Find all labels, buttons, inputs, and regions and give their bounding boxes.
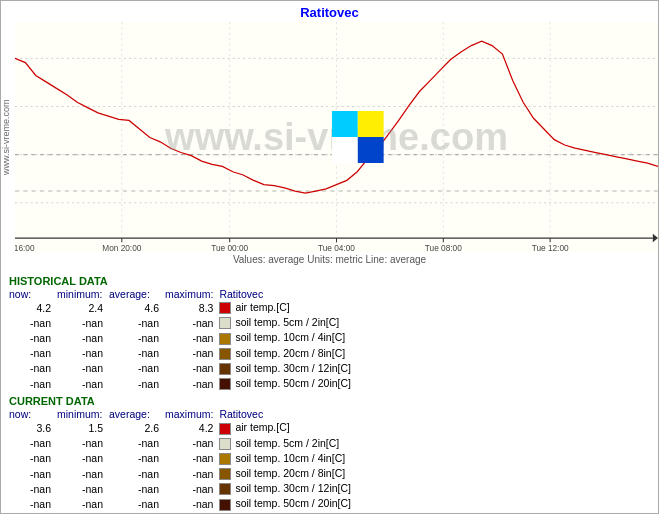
col-max-hist: maximum: <box>165 288 219 300</box>
cell-label: air temp.[C] <box>219 420 650 435</box>
color-swatch <box>219 483 231 495</box>
cell-max: 4.2 <box>165 420 219 435</box>
chart-area: Ratitovec www.si-vreme.com <box>1 1 658 271</box>
chart-inner: 8 6 4 2 <box>15 22 658 252</box>
table-row: -nan -nan -nan -nan soil temp. 10cm / 4i… <box>9 330 650 345</box>
cell-min: -nan <box>57 330 109 345</box>
cell-max: -nan <box>165 330 219 345</box>
cell-max: -nan <box>165 496 219 511</box>
table-row: -nan -nan -nan -nan soil temp. 20cm / 8i… <box>9 346 650 361</box>
table-row: 3.6 1.5 2.6 4.2 air temp.[C] <box>9 420 650 435</box>
cell-max: -nan <box>165 346 219 361</box>
cell-max: -nan <box>165 481 219 496</box>
color-swatch <box>219 363 231 375</box>
col-min-curr: minimum: <box>57 408 109 420</box>
cell-min: -nan <box>57 346 109 361</box>
cell-label: soil temp. 50cm / 20in[C] <box>219 496 650 511</box>
color-swatch <box>219 423 231 435</box>
svg-text:Tue 08:00: Tue 08:00 <box>425 243 462 252</box>
historical-columns: now: minimum: average: maximum: Ratitove… <box>9 288 650 300</box>
col-max-curr: maximum: <box>165 408 219 420</box>
cell-now: -nan <box>9 481 57 496</box>
cell-now: 4.2 <box>9 300 57 315</box>
chart-title: Ratitovec <box>1 1 658 22</box>
color-swatch <box>219 438 231 450</box>
table-row: -nan -nan -nan -nan soil temp. 20cm / 8i… <box>9 466 650 481</box>
current-tbody: 3.6 1.5 2.6 4.2 air temp.[C] -nan -nan -… <box>9 420 650 511</box>
cell-min: -nan <box>57 361 109 376</box>
color-swatch <box>219 453 231 465</box>
cell-label: soil temp. 50cm / 20in[C] <box>219 376 650 391</box>
color-swatch <box>219 317 231 329</box>
cell-avg: -nan <box>109 451 165 466</box>
cell-now: -nan <box>9 346 57 361</box>
cell-max: -nan <box>165 436 219 451</box>
cell-label: soil temp. 5cm / 2in[C] <box>219 436 650 451</box>
cell-avg: -nan <box>109 361 165 376</box>
svg-text:Mon 20:00: Mon 20:00 <box>102 243 141 252</box>
svg-text:Tue 12:00: Tue 12:00 <box>532 243 569 252</box>
color-swatch <box>219 333 231 345</box>
current-table: now: minimum: average: maximum: Ratitove… <box>9 408 650 511</box>
col-min-hist: minimum: <box>57 288 109 300</box>
chart-footer: Values: average Units: metric Line: aver… <box>1 252 658 267</box>
cell-avg: -nan <box>109 496 165 511</box>
table-row: -nan -nan -nan -nan soil temp. 5cm / 2in… <box>9 436 650 451</box>
cell-min: 2.4 <box>57 300 109 315</box>
table-row: -nan -nan -nan -nan soil temp. 10cm / 4i… <box>9 451 650 466</box>
logo-box <box>331 111 383 163</box>
cell-now: -nan <box>9 466 57 481</box>
table-row: -nan -nan -nan -nan soil temp. 5cm / 2in… <box>9 315 650 330</box>
cell-min: -nan <box>57 481 109 496</box>
svg-text:Tue 00:00: Tue 00:00 <box>211 243 248 252</box>
main-container: Ratitovec www.si-vreme.com <box>0 0 659 514</box>
cell-min: -nan <box>57 496 109 511</box>
svg-rect-32 <box>357 137 383 163</box>
data-section: HISTORICAL DATA now: minimum: average: m… <box>1 271 658 513</box>
svg-text:Mon 16:00: Mon 16:00 <box>15 243 35 252</box>
cell-now: -nan <box>9 496 57 511</box>
y-axis-label: www.si-vreme.com <box>1 22 15 252</box>
col-now-hist: now: <box>9 288 57 300</box>
historical-tbody: 4.2 2.4 4.6 8.3 air temp.[C] -nan -nan -… <box>9 300 650 391</box>
cell-avg: -nan <box>109 376 165 391</box>
current-header: CURRENT DATA <box>9 395 650 407</box>
cell-min: -nan <box>57 451 109 466</box>
current-columns: now: minimum: average: maximum: Ratitove… <box>9 408 650 420</box>
chart-wrapper: www.si-vreme.com <box>1 22 658 252</box>
svg-rect-30 <box>357 111 383 137</box>
color-swatch <box>219 348 231 360</box>
cell-max: -nan <box>165 376 219 391</box>
cell-avg: -nan <box>109 346 165 361</box>
color-swatch <box>219 499 231 511</box>
col-avg-curr: average: <box>109 408 165 420</box>
color-swatch <box>219 302 231 314</box>
table-row: -nan -nan -nan -nan soil temp. 50cm / 20… <box>9 496 650 511</box>
cell-min: -nan <box>57 436 109 451</box>
cell-min: -nan <box>57 376 109 391</box>
cell-avg: 2.6 <box>109 420 165 435</box>
historical-table: now: minimum: average: maximum: Ratitove… <box>9 288 650 391</box>
cell-avg: 4.6 <box>109 300 165 315</box>
cell-now: 3.6 <box>9 420 57 435</box>
col-name-curr: Ratitovec <box>219 408 650 420</box>
color-swatch <box>219 468 231 480</box>
cell-now: -nan <box>9 376 57 391</box>
cell-min: 1.5 <box>57 420 109 435</box>
cell-max: -nan <box>165 315 219 330</box>
table-row: -nan -nan -nan -nan soil temp. 30cm / 12… <box>9 361 650 376</box>
historical-header: HISTORICAL DATA <box>9 275 650 287</box>
cell-max: -nan <box>165 466 219 481</box>
cell-label: soil temp. 30cm / 12in[C] <box>219 361 650 376</box>
cell-label: soil temp. 10cm / 4in[C] <box>219 330 650 345</box>
table-row: -nan -nan -nan -nan soil temp. 50cm / 20… <box>9 376 650 391</box>
cell-avg: -nan <box>109 315 165 330</box>
cell-label: soil temp. 10cm / 4in[C] <box>219 451 650 466</box>
cell-avg: -nan <box>109 466 165 481</box>
cell-now: -nan <box>9 451 57 466</box>
svg-text:Tue 04:00: Tue 04:00 <box>318 243 355 252</box>
cell-max: -nan <box>165 451 219 466</box>
cell-max: -nan <box>165 361 219 376</box>
table-row: 4.2 2.4 4.6 8.3 air temp.[C] <box>9 300 650 315</box>
table-row: -nan -nan -nan -nan soil temp. 30cm / 12… <box>9 481 650 496</box>
